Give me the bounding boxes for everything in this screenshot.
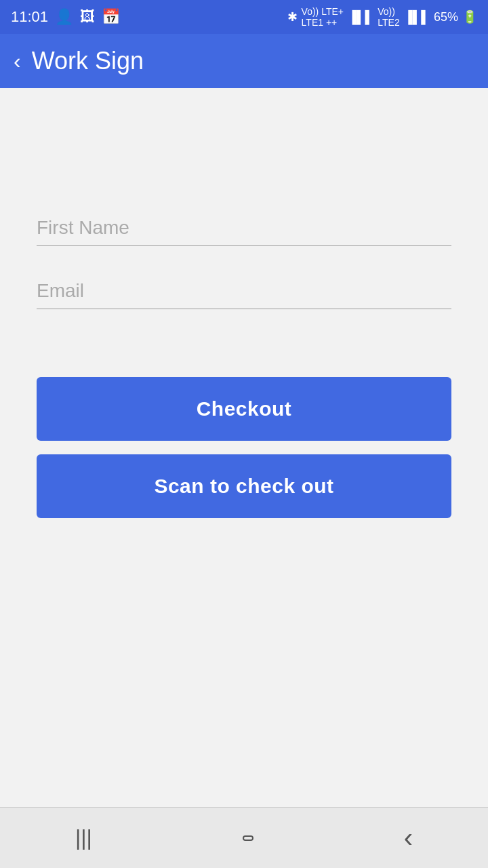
nav-bar: ||| ‹ xyxy=(0,807,488,868)
scan-checkout-button[interactable]: Scan to check out xyxy=(37,454,451,518)
calendar-icon: 📅 xyxy=(102,8,120,26)
status-bar: 11:01 👤 🖼 📅 ✱ Vo)) LTE+LTE1 ++ ▐▌▌ Vo))L… xyxy=(0,0,488,34)
back-button[interactable]: ‹ xyxy=(14,49,21,74)
first-name-input[interactable] xyxy=(37,210,451,246)
first-name-field xyxy=(37,210,451,246)
recent-apps-button[interactable]: ||| xyxy=(55,818,113,857)
back-nav-button[interactable]: ‹ xyxy=(384,816,433,860)
checkout-button[interactable]: Checkout xyxy=(37,377,451,441)
email-input[interactable] xyxy=(37,273,451,309)
back-nav-icon: ‹ xyxy=(404,823,413,853)
signal-info: Vo)) LTE+LTE1 ++ xyxy=(302,6,344,28)
signal-info-2: Vo))LTE2 xyxy=(378,6,399,28)
status-bar-right: ✱ Vo)) LTE+LTE1 ++ ▐▌▌ Vo))LTE2 ▐▌▌ 65% … xyxy=(287,6,477,28)
middle-spacer xyxy=(37,336,451,377)
top-spacer xyxy=(37,88,451,210)
app-bar-title: Work Sign xyxy=(32,47,144,75)
sync-icon: 👤 xyxy=(55,8,73,26)
signal-bars-2: ▐▌▌ xyxy=(404,10,430,24)
battery-icon: 🔋 xyxy=(462,9,477,24)
battery-percent: 65% xyxy=(434,10,458,24)
recent-apps-icon: ||| xyxy=(75,825,92,850)
signal-bars-1: ▐▌▌ xyxy=(348,10,373,24)
home-button[interactable] xyxy=(222,829,274,848)
bluetooth-icon: ✱ xyxy=(287,9,298,24)
home-icon xyxy=(243,835,253,841)
image-icon: 🖼 xyxy=(80,8,95,26)
time-display: 11:01 xyxy=(11,8,48,26)
email-field xyxy=(37,273,451,309)
status-bar-left: 11:01 👤 🖼 📅 xyxy=(11,8,120,26)
app-bar: ‹ Work Sign xyxy=(0,34,488,88)
main-content: Checkout Scan to check out xyxy=(0,88,488,807)
